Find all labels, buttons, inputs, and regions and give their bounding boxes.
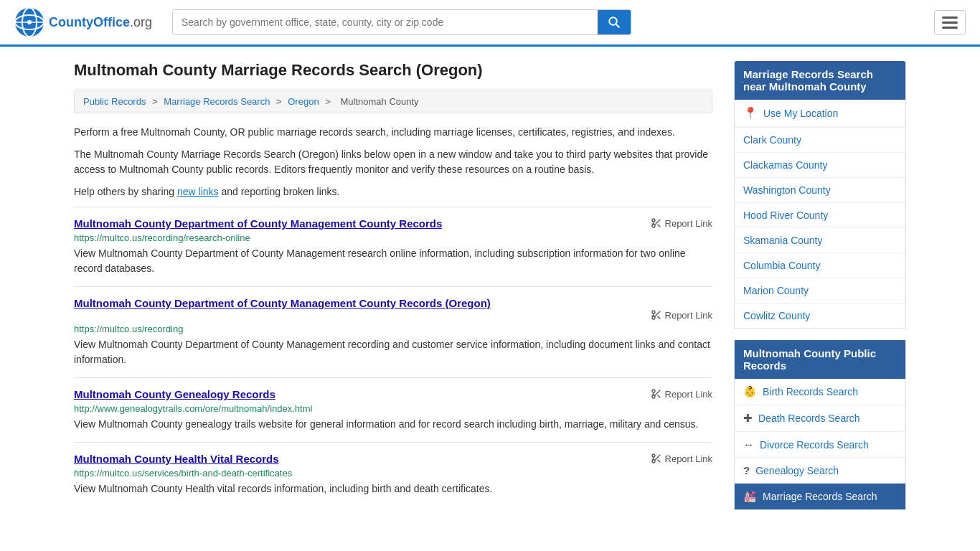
report-link[interactable]: Report Link (651, 453, 712, 464)
result-header: Multnomah County Health Vital Records Re… (74, 453, 712, 465)
use-location-label: Use My Location (763, 108, 838, 119)
sidebar-nearby-section: Marriage Records Search near Multnomah C… (734, 61, 906, 329)
content-area: Multnomah County Marriage Records Search… (74, 61, 712, 522)
sidebar-use-location[interactable]: 📍 Use My Location (735, 100, 905, 128)
search-button[interactable] (598, 10, 631, 34)
logo-area: CountyOffice.org (14, 7, 158, 37)
desc3-post: and reporting broken links. (219, 186, 340, 197)
result-item: Multnomah County Department of County Ma… (74, 286, 712, 377)
question-icon: ? (743, 464, 750, 476)
genealogy-search-link[interactable]: ? Genealogy Search (735, 458, 905, 483)
result-url: https://multco.us/recording (74, 324, 712, 334)
site-header: CountyOffice.org (0, 0, 980, 47)
logo-icon (14, 7, 44, 37)
svg-point-5 (609, 17, 617, 25)
breadcrumb-sep: > (325, 96, 333, 107)
sidebar-nearby-title: Marriage Records Search near Multnomah C… (735, 61, 905, 100)
svg-point-12 (652, 311, 655, 314)
cross-icon: ✚ (743, 412, 753, 425)
cowlitz-county-link[interactable]: Cowlitz County (735, 303, 905, 328)
svg-point-18 (652, 395, 655, 398)
sidebar-item-washington-county[interactable]: Washington County (735, 178, 905, 203)
breadcrumb-current: Multnomah County (340, 96, 418, 107)
sidebar-item-divorce-records[interactable]: ↔ Divorce Records Search (735, 432, 905, 458)
breadcrumb-marriage-records[interactable]: Marriage Records Search (164, 96, 270, 107)
svg-point-22 (652, 454, 655, 457)
sidebar-item-columbia-county[interactable]: Columbia County (735, 253, 905, 278)
svg-line-10 (657, 225, 660, 227)
sidebar-item-clackamas-county[interactable]: Clackamas County (735, 153, 905, 178)
page-title: Multnomah County Marriage Records Search… (74, 61, 712, 80)
scissors-icon (651, 309, 662, 321)
marriage-records-link[interactable]: 💒 Marriage Records Search (735, 484, 905, 509)
main-container: Multnomah County Marriage Records Search… (60, 47, 920, 536)
arrows-icon: ↔ (743, 438, 754, 451)
description-1: Perform a free Multnomah County, OR publ… (74, 125, 712, 140)
sidebar-item-marion-county[interactable]: Marion County (735, 278, 905, 303)
new-links-link[interactable]: new links (177, 186, 219, 197)
svg-point-13 (652, 316, 655, 319)
washington-county-link[interactable]: Washington County (735, 178, 905, 202)
description-3: Help others by sharing new links and rep… (74, 184, 712, 199)
skamania-county-link[interactable]: Skamania County (735, 228, 905, 253)
svg-line-6 (616, 24, 620, 28)
svg-line-15 (657, 316, 660, 319)
clark-county-link[interactable]: Clark County (735, 128, 905, 152)
result-title[interactable]: Multnomah County Department of County Ma… (74, 297, 491, 309)
result-desc: View Multnomah County Department of Coun… (74, 246, 712, 276)
sidebar-item-hood-river-county[interactable]: Hood River County (735, 203, 905, 228)
sidebar-item-skamania-county[interactable]: Skamania County (735, 228, 905, 253)
result-desc: View Multnomah County genealogy trails w… (74, 417, 712, 432)
report-link[interactable]: Report Link (651, 217, 712, 229)
sidebar-item-genealogy-search[interactable]: ? Genealogy Search (735, 458, 905, 484)
result-desc: View Multnomah County Department of Coun… (74, 337, 712, 367)
sidebar-item-death-records[interactable]: ✚ Death Records Search (735, 405, 905, 432)
svg-line-20 (657, 395, 660, 398)
sidebar-item-cowlitz-county[interactable]: Cowlitz County (735, 303, 905, 328)
hamburger-menu-button[interactable] (934, 10, 966, 35)
marion-county-link[interactable]: Marion County (735, 278, 905, 303)
report-link[interactable]: Report Link (651, 388, 712, 400)
death-records-link[interactable]: ✚ Death Records Search (735, 405, 905, 431)
hamburger-line (942, 27, 958, 29)
result-item: Multnomah County Health Vital Records Re… (74, 442, 712, 507)
logo-text: CountyOffice.org (49, 15, 152, 30)
sidebar-item-clark-county[interactable]: Clark County (735, 128, 905, 153)
sidebar-item-birth-records[interactable]: 👶 Birth Records Search (735, 379, 905, 405)
result-item: Multnomah County Genealogy Records Repor… (74, 377, 712, 442)
breadcrumb-oregon[interactable]: Oregon (288, 96, 319, 107)
breadcrumb-sep: > (276, 96, 284, 107)
scissors-icon (651, 217, 662, 229)
svg-point-8 (652, 225, 655, 227)
birth-records-link[interactable]: 👶 Birth Records Search (735, 379, 905, 405)
breadcrumb: Public Records > Marriage Records Search… (74, 90, 712, 113)
svg-point-23 (652, 460, 655, 463)
report-link[interactable]: Report Link (651, 309, 712, 321)
breadcrumb-sep: > (152, 96, 160, 107)
search-bar (172, 9, 631, 35)
result-desc: View Multnomah County Health vital recor… (74, 481, 712, 496)
result-title[interactable]: Multnomah County Health Vital Records (74, 453, 279, 465)
search-input[interactable] (173, 10, 598, 34)
columbia-county-link[interactable]: Columbia County (735, 253, 905, 278)
result-title[interactable]: Multnomah County Genealogy Records (74, 388, 275, 400)
clackamas-county-link[interactable]: Clackamas County (735, 153, 905, 177)
result-url: https://multco.us/recording/research-onl… (74, 232, 712, 243)
scissors-icon (651, 453, 662, 464)
result-header: Multnomah County Genealogy Records Repor… (74, 388, 712, 400)
divorce-records-link[interactable]: ↔ Divorce Records Search (735, 432, 905, 457)
result-header: Multnomah County Department of County Ma… (74, 297, 712, 309)
sidebar-nearby-list: 📍 Use My Location Clark County Clackamas… (735, 100, 905, 328)
baby-icon: 👶 (743, 385, 757, 398)
description-2: The Multnomah County Marriage Records Se… (74, 147, 712, 177)
sidebar-public-records-title: Multnomah County Public Records (735, 340, 905, 379)
result-url: http://www.genealogytrails.com/ore/multn… (74, 403, 712, 414)
sidebar-public-records-list: 👶 Birth Records Search ✚ Death Records S… (735, 379, 905, 509)
hood-river-county-link[interactable]: Hood River County (735, 203, 905, 227)
sidebar: Marriage Records Search near Multnomah C… (734, 61, 906, 522)
result-title[interactable]: Multnomah County Department of County Ma… (74, 217, 442, 230)
result-item: Multnomah County Department of County Ma… (74, 207, 712, 286)
svg-point-17 (652, 390, 655, 392)
sidebar-item-marriage-records[interactable]: 💒 Marriage Records Search (735, 484, 905, 509)
breadcrumb-public-records[interactable]: Public Records (83, 96, 146, 107)
